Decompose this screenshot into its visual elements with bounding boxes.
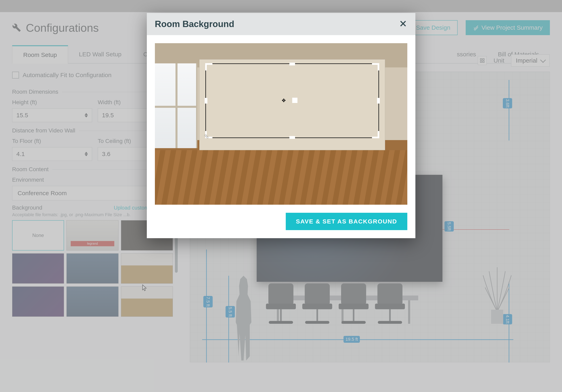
modal-footer: SAVE & SET AS BACKGROUND bbox=[147, 213, 415, 238]
close-button[interactable] bbox=[399, 19, 407, 29]
crop-frame[interactable]: ✥ bbox=[205, 63, 379, 138]
close-icon bbox=[399, 19, 407, 28]
crop-handle-right[interactable] bbox=[377, 98, 380, 104]
crop-center-handle[interactable] bbox=[292, 98, 297, 103]
crop-handle-tr[interactable] bbox=[372, 63, 379, 70]
resize-cursor-icon: ⤡ bbox=[204, 133, 209, 140]
crop-handle-tl[interactable] bbox=[205, 63, 212, 70]
modal-overlay[interactable]: Room Background bbox=[0, 0, 562, 392]
crop-handle-left[interactable] bbox=[205, 98, 207, 104]
crop-handle-top[interactable] bbox=[289, 63, 295, 65]
modal-title: Room Background bbox=[155, 19, 234, 29]
room-background-modal: Room Background bbox=[147, 13, 415, 238]
save-background-button[interactable]: SAVE & SET AS BACKGROUND bbox=[286, 213, 407, 230]
crop-handle-bottom[interactable] bbox=[289, 136, 295, 139]
modal-header: Room Background bbox=[147, 13, 415, 35]
crop-handle-br[interactable] bbox=[372, 131, 379, 138]
modal-body: ✥ ⤡ bbox=[147, 35, 415, 213]
room-preview-image[interactable]: ✥ ⤡ bbox=[155, 43, 407, 205]
move-cursor-icon: ✥ bbox=[282, 98, 286, 103]
